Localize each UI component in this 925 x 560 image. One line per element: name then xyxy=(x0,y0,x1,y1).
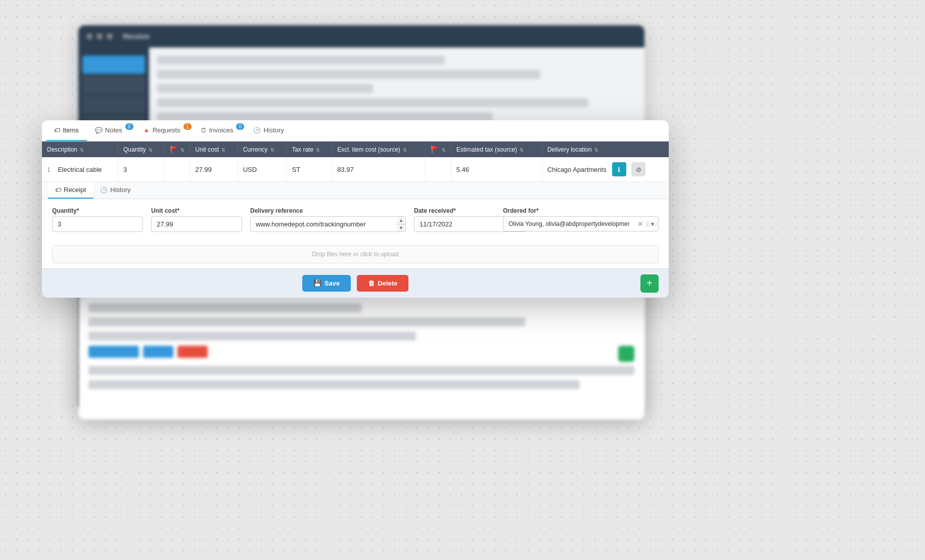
sort-currency-icon: ⇅ xyxy=(270,148,274,153)
col-flag1[interactable]: 🚩 ⇅ xyxy=(164,142,190,157)
table-row: 1 Electrical cable 3 27.99 USD ST 83.97 … xyxy=(42,157,669,182)
cell-unit-cost: 27.99 xyxy=(190,157,238,182)
sort-unitcost-icon: ⇅ xyxy=(221,148,225,153)
form-group-unit-cost: Unit cost* xyxy=(151,207,242,232)
col-currency[interactable]: Currency ⇅ xyxy=(238,142,287,157)
tab-history[interactable]: 🕒 History xyxy=(245,120,292,141)
col-estimated-tax-label: Estimated tax (source) xyxy=(456,146,517,153)
tab-requests[interactable]: 🔺 Requests 1 xyxy=(134,120,193,141)
tab-requests-label: Requests xyxy=(153,126,180,134)
cell-delivery-location: Chicago Apartments ℹ ⊘ xyxy=(542,157,669,182)
sub-history-icon: 🕒 xyxy=(100,186,108,194)
tab-items[interactable]: 🏷 Items xyxy=(46,120,87,141)
cell-tax-rate: ST xyxy=(287,157,332,182)
cell-row-num: 1 Electrical cable xyxy=(42,157,118,182)
ordered-for-clear-button[interactable]: ✕ xyxy=(634,220,646,228)
flag1-icon: 🚩 xyxy=(170,146,178,153)
info-action-button[interactable]: ℹ xyxy=(612,162,626,176)
drop-zone-text: Drop files here or click to upload xyxy=(312,251,398,258)
modal-footer: 💾 Save 🗑 Delete + xyxy=(42,268,669,298)
sub-tabs-container: 🏷 Receipt 🕒 History xyxy=(42,182,669,199)
delivery-ref-input[interactable] xyxy=(250,216,397,232)
form-group-date-received: Date received* 📅 xyxy=(414,207,495,232)
sort-delivloc-icon: ⇅ xyxy=(594,148,598,153)
items-icon: 🏷 xyxy=(54,127,60,134)
tab-invoices[interactable]: 🗒 Invoices 0 xyxy=(193,120,246,141)
form-group-ordered-for: Ordered for* ✕ ▼ xyxy=(503,207,659,231)
col-description[interactable]: Description ⇅ xyxy=(42,142,118,157)
cell-description: Electrical cable xyxy=(58,166,102,173)
col-tax-rate-label: Tax rate xyxy=(292,146,313,153)
col-delivery-location[interactable]: Delivery location ⇅ xyxy=(542,142,669,157)
sub-tab-receipt[interactable]: 🏷 Receipt xyxy=(48,182,93,199)
col-unit-cost-label: Unit cost xyxy=(195,146,219,153)
tab-notes[interactable]: 💬 Notes 0 xyxy=(87,120,134,141)
col-unit-cost[interactable]: Unit cost ⇅ xyxy=(190,142,238,157)
delivery-ref-up-btn[interactable]: ▲ xyxy=(397,217,405,224)
unit-cost-label: Unit cost* xyxy=(151,207,242,214)
col-tax-rate[interactable]: Tax rate ⇅ xyxy=(287,142,332,157)
flag2-icon: 🚩 xyxy=(431,146,439,153)
save-button[interactable]: 💾 Save xyxy=(302,275,351,292)
col-currency-label: Currency xyxy=(243,146,268,153)
delivery-ref-spinners: ▲ ▼ xyxy=(397,216,406,232)
col-delivery-location-label: Delivery location xyxy=(547,146,592,153)
date-received-label: Date received* xyxy=(414,207,495,214)
background-window-bottom xyxy=(78,293,644,419)
sort-flag2-icon: ⇅ xyxy=(442,148,446,153)
ordered-for-label: Ordered for* xyxy=(503,207,659,214)
notes-badge: 0 xyxy=(125,123,133,130)
sort-excl-icon: ⇅ xyxy=(403,148,407,153)
ordered-for-dropdown-button[interactable]: ▼ xyxy=(646,221,658,227)
history-icon: 🕒 xyxy=(253,127,261,134)
tab-invoices-label: Invoices xyxy=(209,126,234,134)
bg-window-title: Receive xyxy=(123,32,150,40)
receipt-icon: 🏷 xyxy=(55,186,61,194)
save-label: Save xyxy=(325,279,340,287)
quantity-label: Quantity* xyxy=(52,207,143,214)
col-flag2[interactable]: 🚩 ⇅ xyxy=(426,142,451,157)
date-received-input[interactable] xyxy=(414,216,510,232)
delivery-ref-down-btn[interactable]: ▼ xyxy=(397,224,405,231)
add-button[interactable]: + xyxy=(640,274,659,293)
row-number-1: 1 xyxy=(47,166,51,173)
sort-flag1-icon: ⇅ xyxy=(180,148,184,153)
ordered-for-input[interactable] xyxy=(503,217,634,231)
cell-excl-item-cost: 83.97 xyxy=(332,157,426,182)
col-estimated-tax[interactable]: Estimated tax (source) ⇅ xyxy=(451,142,542,157)
sub-tab-receipt-label: Receipt xyxy=(64,186,86,194)
form-area: Quantity* Unit cost* Delivery reference … xyxy=(42,199,669,240)
sub-tab-history-label: History xyxy=(110,186,130,194)
add-icon: + xyxy=(646,277,653,289)
requests-badge: 1 xyxy=(183,123,192,130)
delete-label: Delete xyxy=(378,279,397,287)
sort-quantity-icon: ⇅ xyxy=(149,148,153,153)
cell-estimated-tax: 5.46 xyxy=(451,157,542,182)
save-icon: 💾 xyxy=(313,279,321,287)
tab-history-label: History xyxy=(263,126,284,134)
quantity-input[interactable] xyxy=(52,216,143,232)
invoices-icon: 🗒 xyxy=(201,127,207,134)
sort-taxrate-icon: ⇅ xyxy=(316,148,320,153)
items-table: Description ⇅ Quantity ⇅ 🚩 ⇅ Unit cost ⇅ xyxy=(42,142,669,182)
delete-button[interactable]: 🗑 Delete xyxy=(357,275,408,292)
sub-tab-history[interactable]: 🕒 History xyxy=(93,182,137,199)
tab-items-label: Items xyxy=(63,126,79,134)
file-drop-zone[interactable]: Drop files here or click to upload xyxy=(52,245,659,263)
sort-description-icon: ⇅ xyxy=(80,148,84,153)
form-group-delivery-ref: Delivery reference ▲ ▼ xyxy=(250,207,406,232)
items-table-container: Description ⇅ Quantity ⇅ 🚩 ⇅ Unit cost ⇅ xyxy=(42,142,669,182)
delivery-location-text: Chicago Apartments xyxy=(547,166,607,173)
unit-cost-input[interactable] xyxy=(151,216,242,232)
delete-icon: 🗑 xyxy=(368,279,375,287)
edit-action-button[interactable]: ⊘ xyxy=(631,162,645,176)
invoices-badge: 0 xyxy=(236,123,244,130)
cell-quantity: 3 xyxy=(118,157,164,182)
col-excl-item-cost[interactable]: Excl. item cost (source) ⇅ xyxy=(332,142,426,157)
col-quantity[interactable]: Quantity ⇅ xyxy=(118,142,164,157)
cell-flag2 xyxy=(426,157,451,182)
col-excl-item-cost-label: Excl. item cost (source) xyxy=(337,146,400,153)
modal-tabs: 🏷 Items 💬 Notes 0 🔺 Requests 1 🗒 Invoice… xyxy=(42,120,669,142)
cell-currency: USD xyxy=(238,157,287,182)
delivery-ref-label: Delivery reference xyxy=(250,207,406,214)
